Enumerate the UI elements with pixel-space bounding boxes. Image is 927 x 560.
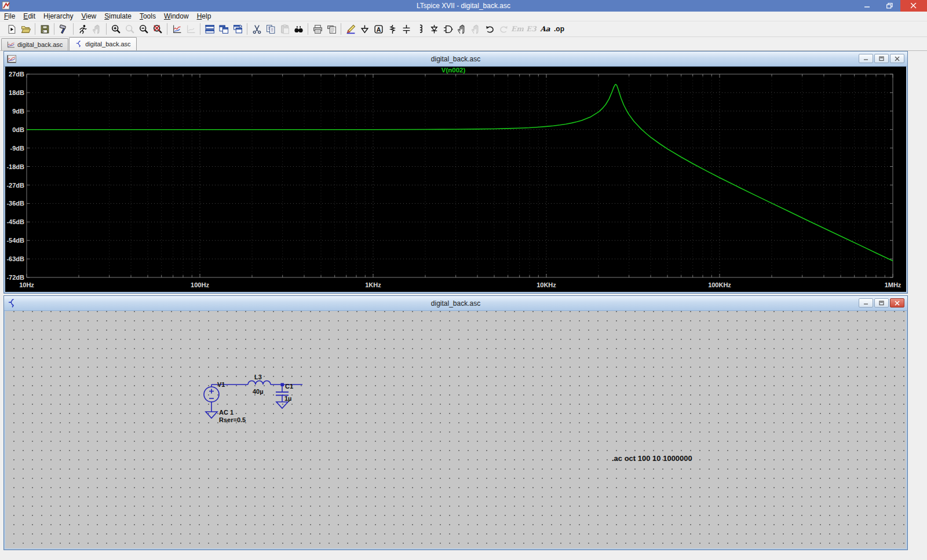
- autorange-plot-button[interactable]: [170, 22, 184, 36]
- zoom-out-button[interactable]: [137, 22, 151, 36]
- diode-button[interactable]: [427, 22, 441, 36]
- schematic-close-button[interactable]: [890, 298, 904, 308]
- new-schematic-button[interactable]: [5, 22, 19, 36]
- text-tool-icon: Aa: [540, 25, 550, 33]
- component-v1-voltage-source[interactable]: [204, 387, 219, 402]
- waveform-minimize-button[interactable]: [859, 54, 873, 63]
- y-axis-label: 18dB: [9, 89, 24, 96]
- schematic-restore-button[interactable]: [874, 298, 889, 308]
- run-button[interactable]: [76, 22, 90, 36]
- net-label-icon: A: [374, 24, 384, 34]
- net-label-button[interactable]: A: [371, 22, 385, 36]
- c1-ref-label[interactable]: C1: [285, 383, 293, 390]
- tab-label: digital_back.asc: [17, 41, 63, 48]
- tile-vertical-button[interactable]: [217, 22, 231, 36]
- cascade-windows-button[interactable]: [231, 22, 244, 36]
- tile-horizontal-button[interactable]: [203, 22, 217, 36]
- ground-symbol-v1[interactable]: [206, 412, 217, 418]
- waveform-close-button[interactable]: [890, 54, 904, 63]
- schematic-window-titlebar[interactable]: digital_back.asc: [4, 296, 907, 311]
- spice-directive-tool-icon: .op: [554, 25, 564, 33]
- y-axis-label: -9dB: [10, 145, 25, 152]
- component-icon: [443, 24, 453, 34]
- x-axis-label: 1KHz: [365, 281, 381, 288]
- text-tool-button[interactable]: Aa: [538, 22, 552, 36]
- open-file-button[interactable]: [19, 22, 32, 36]
- inductor-button[interactable]: [413, 22, 427, 36]
- find-icon: [294, 24, 304, 34]
- halt-button: [90, 22, 104, 36]
- toolbar-separator: [200, 23, 200, 35]
- save-button[interactable]: [38, 22, 52, 36]
- waveform-plot[interactable]: 27dB18dB9dB0dB-9dB-18dB-27dB-36dB-45dB-5…: [5, 67, 907, 292]
- copy-button[interactable]: [264, 22, 278, 36]
- wire-junction-dot: [281, 383, 284, 387]
- svg-text:A: A: [376, 25, 381, 32]
- spice-directive-tool-button[interactable]: .op: [552, 22, 566, 36]
- capacitor-icon: [402, 24, 411, 34]
- drag-icon: [471, 24, 481, 34]
- schematic-minimize-button[interactable]: [859, 298, 873, 308]
- rotate-button: E3: [524, 22, 538, 36]
- app-minimize-button[interactable]: [856, 0, 878, 12]
- resistor-button[interactable]: [385, 22, 399, 36]
- find-button[interactable]: [291, 22, 305, 36]
- zoom-full-extents-button[interactable]: [151, 22, 165, 36]
- menu-view[interactable]: View: [77, 12, 100, 21]
- mdi-area: digital_back.asc 27dB18dB9dB0dB-9dB-18dB…: [0, 51, 927, 560]
- app-title: LTspice XVII - digital_back.asc: [0, 0, 927, 12]
- undo-button[interactable]: [483, 22, 497, 36]
- menu-hierarchy[interactable]: Hierarchy: [39, 12, 77, 21]
- cut-button[interactable]: [250, 22, 264, 36]
- waveform-window-title: digital_back.asc: [4, 55, 907, 63]
- menu-window[interactable]: Window: [160, 12, 193, 21]
- tab-schematic[interactable]: digital_back.asc: [69, 37, 136, 50]
- v1-ref-label[interactable]: V1: [217, 381, 225, 388]
- v1-value-line1[interactable]: AC 1: [219, 409, 233, 416]
- l3-value-label[interactable]: 40µ: [253, 388, 264, 395]
- tab-waveform[interactable]: digital_back.asc: [1, 38, 68, 50]
- toolbar: AEmE3Aa.op: [0, 21, 927, 37]
- l3-ref-label[interactable]: L3: [254, 374, 262, 380]
- c1-value-label[interactable]: 1µ: [284, 395, 291, 402]
- toolbar-separator: [73, 23, 74, 35]
- trace-legend-label[interactable]: V(n002): [441, 67, 466, 74]
- print-button[interactable]: [311, 22, 324, 36]
- y-axis-label: 27dB: [9, 71, 24, 78]
- ground-symbol-c1[interactable]: [276, 402, 288, 408]
- schematic-window[interactable]: digital_back.asc: [3, 295, 908, 550]
- y-axis-label: -54dB: [6, 237, 24, 244]
- app-restore-button[interactable]: [878, 0, 900, 12]
- ground-button[interactable]: [357, 22, 371, 36]
- print-preview-button[interactable]: [324, 22, 338, 36]
- control-panel-button[interactable]: [57, 22, 71, 36]
- waveform-window-titlebar[interactable]: digital_back.asc: [4, 52, 907, 67]
- app-titlebar[interactable]: LTspice XVII - digital_back.asc: [0, 0, 927, 12]
- rotate-icon: E3: [526, 25, 537, 33]
- mirror-button: Em: [510, 22, 524, 36]
- y-axis-label: -45dB: [6, 218, 24, 225]
- waveform-restore-button[interactable]: [874, 54, 889, 63]
- menu-simulate[interactable]: Simulate: [100, 12, 136, 21]
- move-button[interactable]: [455, 22, 469, 36]
- component-l3-inductor[interactable]: [248, 381, 271, 385]
- menu-file[interactable]: File: [0, 12, 19, 21]
- waveform-plot-area[interactable]: 27dB18dB9dB0dB-9dB-18dB-27dB-36dB-45dB-5…: [5, 67, 906, 292]
- waveform-window[interactable]: digital_back.asc 27dB18dB9dB0dB-9dB-18dB…: [3, 51, 908, 294]
- spice-directive-text[interactable]: .ac oct 100 10 1000000: [612, 454, 692, 463]
- x-axis-label: 100Hz: [191, 281, 209, 288]
- undo-icon: [485, 24, 495, 34]
- menu-tools[interactable]: Tools: [136, 12, 160, 21]
- menu-help[interactable]: Help: [193, 12, 216, 21]
- draw-wire-button[interactable]: [344, 22, 357, 36]
- v1-value-line2[interactable]: Rser=0.5: [219, 416, 246, 423]
- component-button[interactable]: [441, 22, 455, 36]
- toolbar-separator: [308, 23, 308, 35]
- menu-edit[interactable]: Edit: [19, 12, 39, 21]
- schematic-canvas[interactable]: V1 AC 1 Rser=0.5 L3 40µ C1 1µ .ac oct 10…: [5, 311, 906, 548]
- zoom-in-button[interactable]: [109, 22, 123, 36]
- control-panel-icon: [59, 24, 69, 34]
- app-close-button[interactable]: [900, 0, 927, 12]
- save-icon: [40, 24, 50, 34]
- capacitor-button[interactable]: [399, 22, 413, 36]
